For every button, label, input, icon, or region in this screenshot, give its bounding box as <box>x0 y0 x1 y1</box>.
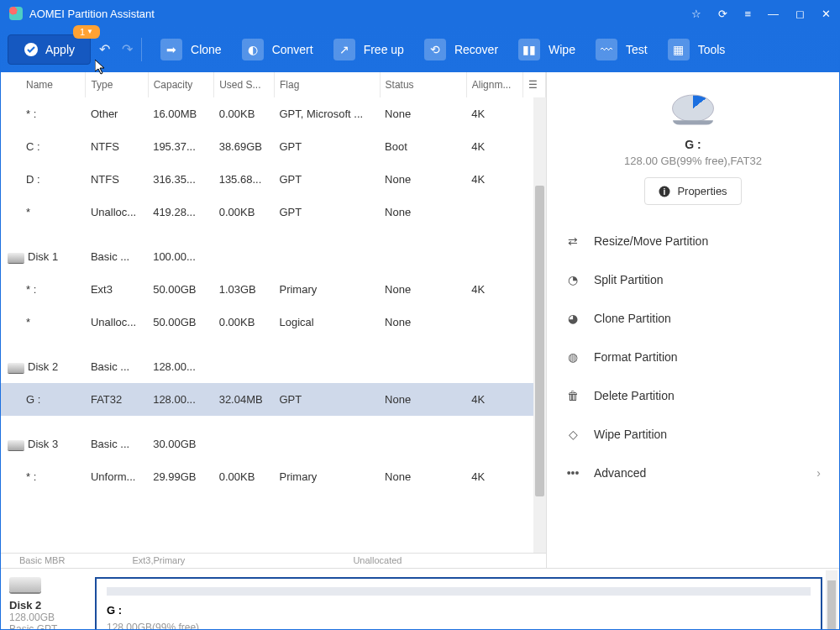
footer-scrollbar[interactable] <box>826 570 837 630</box>
freeup-icon: ↗ <box>333 39 355 60</box>
usage-pie-icon <box>668 87 718 129</box>
disk-row[interactable]: Disk 3Basic ...30.00GB <box>1 428 546 460</box>
col-name[interactable]: Name <box>1 72 86 97</box>
footer-part-name: G : <box>107 604 811 617</box>
disk-icon <box>9 577 41 592</box>
col-flag[interactable]: Flag <box>274 72 380 97</box>
titlebar: AOMEI Partition Assistant ☆ ⟳ ≡ ― ◻ ✕ <box>1 1 839 26</box>
partition-table[interactable]: Name Type Capacity Used S... Flag Status… <box>1 72 546 493</box>
toolbar-recover[interactable]: ⟲Recover <box>414 34 508 66</box>
col-type[interactable]: Type <box>86 72 148 97</box>
footer-panel: Disk 2 128.00GB Basic GPT G : 128.00GB(9… <box>1 568 839 630</box>
usage-bar <box>107 587 811 596</box>
disk-icon <box>8 363 24 373</box>
resize-icon: ⇄ <box>565 234 580 249</box>
action-resize[interactable]: ⇄Resize/Move Partition <box>559 222 827 260</box>
format-icon: ◍ <box>565 349 580 365</box>
toolbar-convert[interactable]: ◐Convert <box>232 34 323 66</box>
action-delete[interactable]: 🗑Delete Partition <box>559 376 827 415</box>
scrollbar-thumb[interactable] <box>535 186 544 496</box>
apply-button[interactable]: Apply 1▼ <box>8 34 91 65</box>
action-split[interactable]: ◔Split Partition <box>559 260 827 299</box>
split-icon: ◔ <box>565 272 580 287</box>
toolbar-test[interactable]: 〰Test <box>585 34 658 66</box>
svg-text:i: i <box>664 187 666 197</box>
star-icon[interactable]: ☆ <box>691 8 701 20</box>
footer-disk-label: Disk 2 <box>9 599 85 612</box>
advanced-action[interactable]: ••• Advanced › <box>559 454 827 492</box>
footer-scroll-thumb[interactable] <box>827 580 836 630</box>
refresh-icon[interactable]: ⟳ <box>718 8 727 20</box>
wipe-icon: ▮▮ <box>518 39 540 60</box>
partition-row[interactable]: G :FAT32128.00...32.04MBGPTNone4K <box>1 383 546 416</box>
action-format[interactable]: ◍Format Partition <box>559 338 827 376</box>
wipe-icon: ◇ <box>565 427 580 442</box>
footer-disk-type: Basic GPT <box>9 623 85 630</box>
main-panel: Name Type Capacity Used S... Flag Status… <box>1 72 547 568</box>
toolbar-clone[interactable]: ➡Clone <box>150 34 232 66</box>
clone-icon: ➡ <box>160 39 182 60</box>
disk-row[interactable]: Disk 1Basic ...100.00... <box>1 240 546 273</box>
undo-icon[interactable]: ↶ <box>99 41 110 57</box>
partition-row[interactable]: C :NTFS195.37...38.69GBGPTBoot4K <box>1 130 546 163</box>
disk-icon <box>8 253 24 263</box>
chevron-right-icon: › <box>816 466 821 480</box>
footer-part-line1: 128.00GB(99% free) <box>107 620 811 630</box>
info-icon: i <box>659 186 670 197</box>
maximize-icon[interactable]: ◻ <box>795 8 805 20</box>
properties-button[interactable]: i Properties <box>644 177 741 205</box>
delete-icon: 🗑 <box>565 388 580 403</box>
selected-partition-subtitle: 128.00 GB(99% free),FAT32 <box>559 155 827 167</box>
clone-icon: ◕ <box>565 311 580 326</box>
recover-icon: ⟲ <box>424 39 446 60</box>
convert-icon: ◐ <box>242 39 264 60</box>
app-logo-icon <box>9 7 23 20</box>
action-clone[interactable]: ◕Clone Partition <box>559 299 827 338</box>
footer-disk-size: 128.00GB <box>9 612 85 623</box>
minimize-icon[interactable]: ― <box>768 8 779 20</box>
footer-disk-info: Disk 2 128.00GB Basic GPT <box>9 577 85 630</box>
col-used[interactable]: Used S... <box>214 72 275 97</box>
disk-row[interactable]: Disk 2Basic ...128.00... <box>1 350 546 383</box>
toolbar: Apply 1▼ ↶ ↷ ➡Clone◐Convert↗Free up⟲Reco… <box>1 26 839 72</box>
tools-icon: ▦ <box>668 39 690 60</box>
partition-row[interactable]: *Unalloc...50.00GB0.00KBLogicalNone <box>1 306 546 339</box>
selected-partition-title: G : <box>559 138 827 151</box>
close-icon[interactable]: ✕ <box>822 8 831 20</box>
col-status[interactable]: Status <box>380 72 466 97</box>
toolbar-wipe[interactable]: ▮▮Wipe <box>508 34 585 66</box>
partition-row[interactable]: *Unalloc...419.28...0.00KBGPTNone <box>1 196 546 228</box>
col-align[interactable]: Alignm... <box>466 72 522 97</box>
partition-row[interactable]: * :Other16.00MB0.00KBGPT, Microsoft ...N… <box>1 97 546 130</box>
apply-check-icon <box>24 42 39 57</box>
footer-partition-box[interactable]: G : 128.00GB(99% free) FAT32,Primary <box>95 577 822 630</box>
menu-icon[interactable]: ≡ <box>744 8 751 20</box>
redo-icon[interactable]: ↷ <box>122 41 133 57</box>
toolbar-tools[interactable]: ▦Tools <box>658 34 736 66</box>
test-icon: 〰 <box>596 39 617 60</box>
col-capacity[interactable]: Capacity <box>148 72 214 97</box>
partition-row[interactable]: * :Ext350.00GB1.03GBPrimaryNone4K <box>1 273 546 306</box>
app-title: AOMEI Partition Assistant <box>29 8 691 20</box>
sidebar: G : 128.00 GB(99% free),FAT32 i Properti… <box>547 72 839 568</box>
toolbar-freeup[interactable]: ↗Free up <box>323 34 414 66</box>
pending-badge[interactable]: 1▼ <box>73 25 100 39</box>
bottom-strip: Basic MBR Ext3,Primary Unallocated <box>1 553 546 568</box>
partition-row[interactable]: D :NTFS316.35...135.68...GPTNone4K <box>1 163 546 196</box>
window-controls: ☆ ⟳ ≡ ― ◻ ✕ <box>691 8 831 20</box>
disk-icon <box>8 440 24 450</box>
apply-label: Apply <box>45 43 75 56</box>
partition-row[interactable]: * :Unform...29.99GB0.00KBPrimaryNone4K <box>1 460 546 493</box>
action-wipe[interactable]: ◇Wipe Partition <box>559 415 827 454</box>
more-icon: ••• <box>565 465 580 480</box>
col-menu-icon[interactable]: ☰ <box>523 72 546 97</box>
table-scrollbar[interactable] <box>533 97 546 553</box>
